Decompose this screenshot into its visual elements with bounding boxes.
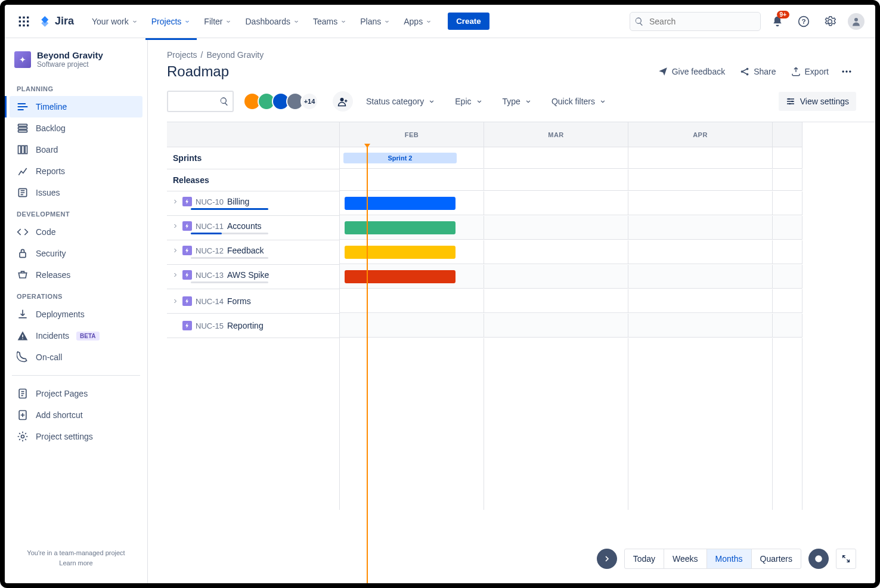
today-marker — [367, 147, 368, 583]
month-apr: APR — [628, 122, 773, 147]
share-button[interactable]: Share — [733, 63, 782, 81]
chevron-down-icon — [425, 18, 432, 25]
epic-NUC-15[interactable]: NUC-15Reporting — [167, 314, 340, 338]
sprint-pill[interactable]: Sprint 2 — [343, 153, 457, 163]
profile-avatar[interactable] — [847, 12, 866, 31]
svg-rect-17 — [25, 146, 27, 153]
sidebar-item-security[interactable]: Security — [10, 243, 142, 264]
breadcrumb-root[interactable]: Projects — [167, 50, 197, 60]
chevron-down-icon — [131, 18, 138, 25]
filter-quick-filters[interactable]: Quick filters — [548, 94, 611, 109]
create-button[interactable]: Create — [448, 13, 489, 30]
chevron-right-icon[interactable] — [172, 271, 179, 278]
sidebar-item-project-settings[interactable]: Project settings — [10, 426, 142, 447]
epic-NUC-12[interactable]: NUC-12Feedback — [167, 240, 340, 265]
nav-plans[interactable]: Plans — [354, 12, 396, 31]
project-header[interactable]: ✦ Beyond Gravity Software project — [10, 48, 142, 78]
epic-icon — [182, 270, 192, 280]
today-button[interactable]: Today — [625, 549, 664, 568]
epic-bar-NUC-11[interactable] — [345, 221, 456, 234]
sidebar-item-project-pages[interactable]: Project Pages — [10, 383, 142, 404]
chevron-right-icon[interactable] — [172, 298, 179, 305]
filter-status-category[interactable]: Status category — [362, 94, 439, 109]
timeline-controls: TodayWeeksMonthsQuarters i — [597, 549, 856, 569]
incidents-icon — [17, 330, 29, 342]
month-overflow — [773, 122, 802, 147]
filter-epic[interactable]: Epic — [451, 94, 487, 109]
sidebar-item-issues[interactable]: Issues — [10, 182, 142, 203]
sidebar-item-code[interactable]: Code — [10, 221, 142, 243]
nav-projects[interactable]: Projects — [145, 12, 197, 31]
section-operations: OPERATIONS — [10, 286, 142, 304]
search-input[interactable] — [630, 12, 761, 31]
epic-icon — [182, 221, 192, 231]
svg-point-29 — [849, 70, 851, 72]
epic-bar-NUC-10[interactable] — [345, 197, 456, 210]
add-person-button[interactable] — [333, 91, 353, 112]
chevron-right-icon[interactable] — [172, 198, 179, 205]
give-feedback-button[interactable]: Give feedback — [652, 63, 732, 81]
assignee-avatars[interactable]: +14 — [243, 92, 318, 110]
month-feb: FEB — [340, 122, 484, 147]
fullscreen-button[interactable] — [836, 549, 856, 569]
search-icon — [219, 97, 229, 106]
scale-months[interactable]: Months — [707, 549, 752, 568]
svg-point-27 — [842, 70, 844, 72]
security-icon — [17, 247, 29, 259]
search-icon — [634, 17, 644, 26]
svg-rect-16 — [21, 146, 24, 153]
avatar-overflow[interactable]: +14 — [300, 92, 318, 110]
nav-your-work[interactable]: Your work — [86, 12, 144, 31]
svg-rect-14 — [18, 130, 27, 132]
chevron-down-icon — [293, 18, 300, 25]
epic-bar-NUC-12[interactable] — [345, 246, 456, 259]
filter-type[interactable]: Type — [499, 94, 536, 109]
timeline-icon — [17, 101, 29, 113]
notifications-icon[interactable]: 9+ — [768, 12, 787, 31]
more-actions-icon[interactable] — [837, 62, 856, 81]
app-switcher-icon[interactable] — [14, 12, 33, 31]
epic-bar-NUC-13[interactable] — [345, 270, 456, 283]
nav-teams[interactable]: Teams — [307, 12, 353, 31]
help-icon[interactable]: ? — [794, 12, 813, 31]
legend-button[interactable]: i — [808, 549, 829, 569]
svg-rect-0 — [19, 16, 21, 18]
nav-apps[interactable]: Apps — [398, 12, 438, 31]
sidebar-item-incidents[interactable]: IncidentsBETA — [10, 325, 142, 346]
export-button[interactable]: Export — [785, 63, 835, 81]
epic-NUC-14[interactable]: NUC-14Forms — [167, 289, 340, 314]
nav-dashboards[interactable]: Dashboards — [239, 12, 306, 31]
chevron-down-icon — [184, 18, 191, 25]
sidebar-item-backlog[interactable]: Backlog — [10, 117, 142, 139]
epic-NUC-10[interactable]: NUC-10Billing — [167, 191, 340, 216]
epic-NUC-11[interactable]: NUC-11Accounts — [167, 216, 340, 240]
sidebar-item-releases[interactable]: Releases — [10, 264, 142, 286]
svg-point-33 — [789, 103, 791, 105]
sidebar-item-board[interactable]: Board — [10, 139, 142, 160]
notification-badge: 9+ — [777, 11, 789, 18]
view-settings-button[interactable]: View settings — [779, 92, 856, 111]
sidebar-item-add-shortcut[interactable]: Add shortcut — [10, 404, 142, 426]
code-icon — [17, 226, 29, 238]
releases-icon — [17, 269, 29, 281]
sidebar-item-reports[interactable]: Reports — [10, 160, 142, 182]
settings-icon[interactable] — [820, 12, 839, 31]
nav-filter[interactable]: Filter — [198, 12, 238, 31]
scale-quarters[interactable]: Quarters — [752, 549, 801, 568]
scale-weeks[interactable]: Weeks — [664, 549, 707, 568]
sidebar-item-on-call[interactable]: On-call — [10, 346, 142, 368]
svg-rect-3 — [19, 20, 21, 22]
board-icon — [17, 144, 29, 156]
sprints-label: Sprints — [167, 147, 340, 169]
svg-rect-6 — [19, 24, 21, 26]
chevron-right-icon[interactable] — [172, 222, 179, 230]
jira-logo[interactable]: Jira — [38, 14, 74, 29]
project-name: Beyond Gravity — [37, 50, 103, 60]
learn-more-link[interactable]: Learn more — [59, 559, 92, 567]
epic-NUC-13[interactable]: NUC-13AWS Spike — [167, 265, 340, 289]
page-title: Roadmap — [167, 63, 652, 80]
sidebar-item-timeline[interactable]: Timeline — [10, 96, 142, 117]
scroll-forward-button[interactable] — [597, 549, 617, 569]
chevron-right-icon[interactable] — [172, 247, 179, 254]
sidebar-item-deployments[interactable]: Deployments — [10, 304, 142, 325]
